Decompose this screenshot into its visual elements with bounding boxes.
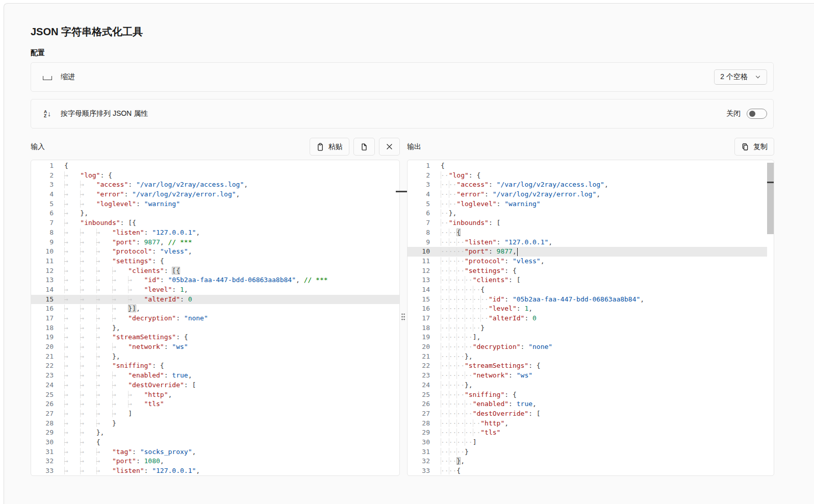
code-line: 22······"streamSettings": { (408, 361, 767, 371)
line-number: 24 (408, 381, 430, 390)
code-line: 14→ → → → → "level": 1, (31, 285, 399, 295)
code-text: { (54, 161, 68, 171)
indentation-selected-value: 2 个空格 (720, 72, 748, 82)
sort-toggle[interactable] (747, 109, 767, 119)
code-text: ··}, (430, 209, 456, 218)
input-panel-label: 输入 (31, 142, 45, 152)
code-text: → → → → → "http", (54, 390, 172, 400)
splitter-grip-icon[interactable] (401, 313, 405, 321)
code-line: 25→ → → → → "http", (31, 390, 399, 400)
clear-button[interactable] (379, 138, 400, 156)
code-line: 9→ → → "port": 9877, // *** (31, 238, 399, 247)
input-panel-header: 输入 粘贴 (31, 138, 400, 156)
code-line: 11······"protocol": "vless", (408, 257, 767, 266)
line-number: 5 (31, 199, 54, 209)
code-text: → → "loglevel": "warning" (54, 199, 180, 209)
code-text: → → → "tag": "socks_proxy", (54, 447, 196, 457)
file-icon (360, 143, 368, 151)
code-line: 3····"access": "/var/log/v2ray/access.lo… (408, 180, 767, 190)
text-cursor (517, 248, 518, 256)
line-number: 14 (408, 285, 430, 295)
line-number: 10 (31, 247, 54, 257)
line-number: 23 (31, 371, 54, 381)
code-line: 23········"network": "ws" (408, 371, 767, 381)
line-number: 2 (408, 171, 430, 181)
line-number: 33 (408, 466, 430, 476)
code-line: 17→ → → → "decryption": "none" (31, 314, 399, 323)
line-number: 16 (408, 304, 430, 314)
code-text: ········"clients": [ (430, 275, 521, 285)
code-text: ····"error": "/var/log/v2ray/error.log", (430, 190, 600, 199)
code-line: 6→ }, (31, 209, 399, 218)
app-window: JSON 字符串格式化工具 配置 缩进 2 个空格 AZ↓ 按字母顺序排列 JS… (4, 3, 814, 504)
output-editor[interactable]: 1{2··"log": {3····"access": "/var/log/v2… (407, 160, 774, 476)
code-text: → → → → → "tls" (54, 399, 164, 409)
code-line: 7→ "inbounds": [{ (31, 218, 399, 228)
code-line: 32····}, (408, 457, 767, 466)
code-text: → → → "listen": "127.0.0.1", (54, 466, 200, 476)
code-text: → → → → ] (54, 409, 132, 419)
line-number: 29 (408, 428, 430, 438)
code-text: ······"protocol": "vless", (430, 257, 545, 266)
code-text: → → → → "network": "ws" (54, 342, 188, 352)
code-text: → → → "listen": "127.0.0.1", (54, 228, 200, 238)
code-line: 30→ → { (31, 438, 399, 447)
line-number: 26 (408, 399, 430, 409)
code-line: 13········"clients": [ (408, 275, 767, 285)
line-number: 8 (408, 228, 430, 238)
copy-button[interactable]: 复制 (734, 138, 774, 156)
code-text: → → → "protocol": "vless", (54, 247, 192, 257)
line-number: 14 (31, 285, 54, 295)
code-line: 21······}, (408, 352, 767, 362)
line-number: 9 (408, 238, 430, 247)
code-text: ············"alterId": 0 (430, 314, 537, 323)
code-line: 5····"loglevel": "warning" (408, 199, 767, 209)
code-line: 28→ → → } (31, 419, 399, 429)
code-line: 17············"alterId": 0 (408, 314, 767, 323)
paste-button[interactable]: 粘贴 (310, 138, 349, 156)
code-line: 33····{ (408, 466, 767, 476)
output-panel-header: 输出 复制 (407, 138, 774, 156)
code-text: ····{ (430, 228, 461, 238)
code-text: → "inbounds": [{ (54, 218, 136, 228)
code-line: 5→ → "loglevel": "warning" (31, 199, 399, 209)
code-text: ······"settings": { (430, 266, 517, 276)
line-number: 18 (408, 323, 430, 333)
code-line: 32→ → → "port": 1080, (31, 457, 399, 466)
code-text: → → → "port": 9877, // *** (54, 238, 192, 247)
line-number: 18 (31, 323, 54, 333)
code-line: 20········"decryption": "none" (408, 342, 767, 352)
sort-label: 按字母顺序排列 JSON 属性 (61, 109, 148, 118)
open-file-button[interactable] (353, 138, 375, 156)
scrollbar-thumb[interactable] (767, 163, 774, 234)
line-number: 15 (408, 295, 430, 305)
code-line: 9······"listen": "127.0.0.1", (408, 238, 767, 247)
code-line: 6··}, (408, 209, 767, 218)
code-line: 31→ → → "tag": "socks_proxy", (31, 447, 399, 457)
code-text: ··"inbounds": [ (430, 218, 500, 228)
code-line: 1{ (408, 161, 767, 171)
code-line: 33→ → → "listen": "127.0.0.1", (31, 466, 399, 476)
code-text: ······}, (430, 381, 473, 390)
code-text: ········"network": "ws" (430, 371, 532, 381)
line-number: 19 (408, 333, 430, 342)
line-number: 19 (31, 333, 54, 342)
output-panel-label: 输出 (407, 142, 421, 152)
line-number: 7 (31, 218, 54, 228)
line-number: 5 (408, 199, 430, 209)
line-number: 9 (31, 238, 54, 247)
line-number: 3 (408, 180, 430, 190)
output-scrollbar[interactable] (767, 160, 774, 475)
config-section-label: 配置 (31, 47, 774, 58)
code-text: → → → → "clients": [{ (54, 266, 180, 276)
line-number: 1 (408, 161, 430, 171)
code-line: 13→ → → → → "id": "05b2aa-faa-447-bdd-06… (31, 275, 399, 285)
copy-icon (741, 143, 749, 151)
input-editor[interactable]: 1{2→ "log": {3→ → "access": "/var/log/v2… (31, 160, 400, 476)
code-line: 1{ (31, 161, 399, 171)
code-text: → → → }, (54, 352, 120, 362)
indentation-dropdown[interactable]: 2 个空格 (714, 69, 767, 85)
code-line: 15············"id": "05b2aa-faa-447-bdd-… (408, 295, 767, 305)
code-line: 18→ → → }, (31, 323, 399, 333)
panel-splitter[interactable] (400, 160, 407, 476)
